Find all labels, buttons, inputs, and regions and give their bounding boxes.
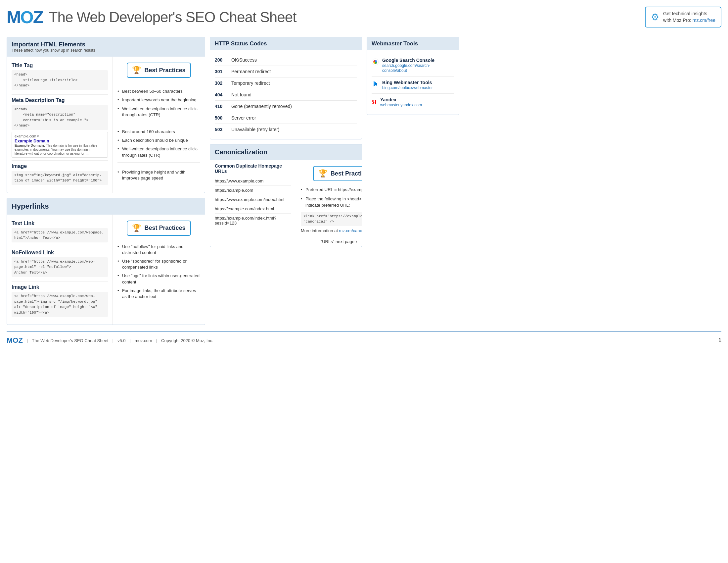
webmaster-tools-panel: Webmaster Tools Googl bbox=[367, 37, 459, 115]
meta-desc-section: Meta Description Tag <head> <meta name="… bbox=[12, 95, 108, 161]
status-row-503: 503 Unavailable (retry later) bbox=[215, 124, 357, 135]
duplicate-title: Common Duplicate Homepage URLs bbox=[215, 163, 291, 174]
footer-moz-logo: MOZ bbox=[7, 336, 23, 345]
bp-item: Use "sponsored" for sponsored or compens… bbox=[117, 257, 200, 271]
meta-desc-code: <head> <meta name="description" content=… bbox=[12, 105, 108, 130]
status-row-410: 410 Gone (permanently removed) bbox=[215, 101, 357, 112]
image-link-code: <a href="https://www.example.com/web- pa… bbox=[12, 292, 108, 317]
bp-item: Best around 160 characters bbox=[117, 127, 200, 136]
page-footer: MOZ | The Web Developer's SEO Cheat Shee… bbox=[7, 332, 721, 345]
mid-column: HTTP Status Codes 200 OK/Success 301 Per… bbox=[210, 37, 362, 325]
canon-more-link[interactable]: mz.cm/canonical bbox=[339, 228, 362, 233]
url-item: https://example.com/index.html?sessid=12… bbox=[215, 213, 291, 227]
bing-webmaster-item: Bing Webmaster Tools bing.com/toolbox/we… bbox=[372, 76, 454, 94]
yandex-icon: Я bbox=[372, 98, 377, 106]
text-link-code: <a href="https://www.example.com/webpage… bbox=[12, 228, 108, 242]
next-page-text: "URLs" next page › bbox=[321, 239, 357, 244]
promo-link[interactable]: mz.cm/free bbox=[693, 18, 715, 23]
status-desc-302: Temporary redirect bbox=[231, 80, 270, 86]
header-left: MOZ The Web Developer's SEO Cheat Sheet bbox=[7, 7, 296, 27]
hyperlinks-bp-badge: 🏆 Best Practices bbox=[127, 220, 191, 236]
footer-copyright: Copyright 2020 © Moz, Inc. bbox=[161, 338, 213, 343]
promo-text: Get technical insights with Moz Pro: mz.… bbox=[663, 11, 715, 23]
svg-marker-2 bbox=[374, 81, 375, 85]
page-header: MOZ The Web Developer's SEO Cheat Sheet … bbox=[7, 7, 721, 31]
yandex-info: Yandex webmaster.yandex.com bbox=[380, 97, 422, 107]
image-link-section: Image Link <a href="https://www.example.… bbox=[12, 282, 108, 321]
canon-header: Canonicalization bbox=[210, 144, 362, 160]
bp-item: Use "nofollow" for paid links and distru… bbox=[117, 242, 200, 257]
hyperlinks-left: Text Link <a href="https://www.example.c… bbox=[7, 214, 113, 325]
url-item: https://example.com/index.html bbox=[215, 204, 291, 213]
yandex-item: Я Yandex webmaster.yandex.com bbox=[372, 94, 454, 111]
meta-desc-bp-list: Best around 160 characters Each descript… bbox=[117, 127, 200, 160]
google-icon bbox=[372, 58, 379, 68]
image-link-heading: Image Link bbox=[12, 284, 108, 290]
status-row-404: 404 Not found bbox=[215, 89, 357, 101]
google-search-console-link[interactable]: search.google.com/search-console/about bbox=[382, 63, 430, 73]
http-status-body: 200 OK/Success 301 Permanent redirect 30… bbox=[210, 50, 362, 139]
status-desc-404: Not found bbox=[231, 92, 251, 97]
google-search-console-name: Google Search Console bbox=[382, 58, 454, 63]
google-search-console-info: Google Search Console search.google.com/… bbox=[382, 58, 454, 73]
title-tag-code: <head> <title>Page Title</title> </head> bbox=[12, 70, 108, 90]
footer-left: MOZ | The Web Developer's SEO Cheat Shee… bbox=[7, 336, 213, 345]
promo-line1: Get technical insights bbox=[663, 11, 715, 17]
search-result-preview: example.com ▾ Example Domain Example Dom… bbox=[12, 132, 108, 158]
moz-logo: MOZ bbox=[7, 7, 43, 27]
html-elements-body: Title Tag <head> <title>Page Title</titl… bbox=[7, 57, 205, 193]
nofollowed-link-code: <a href="https://www.example.com/web- pa… bbox=[12, 257, 108, 277]
search-result-domain: example.com ▾ bbox=[15, 134, 105, 138]
hyperlinks-header: Hyperlinks bbox=[7, 198, 205, 214]
url-item: https://example.com bbox=[215, 186, 291, 195]
bp-item: Each description should be unique bbox=[117, 136, 200, 145]
footer-domain: moz.com bbox=[135, 338, 152, 343]
bp-item: Best between 50–60 characters bbox=[117, 87, 200, 96]
yandex-name: Yandex bbox=[380, 97, 422, 102]
search-result-desc: Example Domain. This domain is for use i… bbox=[15, 143, 105, 155]
bp-item: Important keywords near the beginning bbox=[117, 96, 200, 104]
bp-item: Well-written descriptions influence clic… bbox=[117, 105, 200, 119]
webmaster-tools-body: Google Search Console search.google.com/… bbox=[367, 50, 459, 115]
bp-item: Use "ugc" for links within user-generate… bbox=[117, 271, 200, 286]
canon-title: Canonicalization bbox=[215, 148, 357, 156]
canon-bp-item: Preferred URL = https://example.com/ bbox=[301, 185, 362, 194]
yandex-link[interactable]: webmaster.yandex.com bbox=[380, 103, 422, 107]
best-practices-badge: 🏆 Best Practices bbox=[127, 63, 191, 78]
html-elements-right: 🏆 Best Practices Best between 50–60 char… bbox=[113, 57, 205, 193]
footer-page-number: 1 bbox=[718, 338, 721, 344]
meta-desc-bp: Best around 160 characters Each descript… bbox=[117, 122, 200, 163]
image-heading: Image bbox=[12, 163, 108, 169]
google-search-console-item: Google Search Console search.google.com/… bbox=[372, 54, 454, 76]
text-link-section: Text Link <a href="https://www.example.c… bbox=[12, 218, 108, 247]
best-practices-header: 🏆 Best Practices bbox=[117, 60, 200, 82]
right-column: Webmaster Tools Googl bbox=[367, 37, 459, 325]
status-code-301: 301 bbox=[215, 69, 231, 74]
http-status-header: HTTP Status Codes bbox=[210, 37, 362, 50]
bing-webmaster-name: Bing Webmaster Tools bbox=[382, 80, 433, 85]
image-section: Image <img src="img/keyword.jpg" alt="de… bbox=[12, 161, 108, 189]
canon-more-info: More information at mz.cm/canonical bbox=[301, 228, 362, 233]
promo-icon: ⚙ bbox=[651, 12, 659, 23]
promo-line2: with Moz Pro: mz.cm/free bbox=[663, 17, 715, 24]
hyperlinks-body: Text Link <a href="https://www.example.c… bbox=[7, 214, 205, 325]
hyperlinks-title: Hyperlinks bbox=[12, 202, 200, 211]
canon-bp-icon: 🏆 bbox=[318, 169, 327, 178]
image-bp: Providing image height and width improve… bbox=[117, 163, 200, 185]
best-practices-label: Best Practices bbox=[144, 67, 185, 74]
status-row-200: 200 OK/Success bbox=[215, 54, 357, 66]
status-row-500: 500 Server error bbox=[215, 112, 357, 124]
image-bp-list: Providing image height and width improve… bbox=[117, 168, 200, 182]
title-tag-bp: Best between 50–60 characters Important … bbox=[117, 82, 200, 122]
meta-desc-heading: Meta Description Tag bbox=[12, 97, 108, 103]
webmaster-tools-title: Webmaster Tools bbox=[372, 40, 418, 47]
left-column: Important HTML Elements These affect how… bbox=[7, 37, 205, 325]
footer-version: v5.0 bbox=[117, 338, 126, 343]
bing-webmaster-link[interactable]: bing.com/toolbox/webmaster bbox=[382, 85, 433, 90]
text-link-heading: Text Link bbox=[12, 220, 108, 226]
webmaster-tools-header: Webmaster Tools bbox=[367, 37, 459, 50]
canon-right: 🏆 Best Practices Preferred URL = https:/… bbox=[296, 160, 362, 236]
bing-webmaster-info: Bing Webmaster Tools bing.com/toolbox/we… bbox=[382, 80, 433, 90]
html-elements-subtitle: These affect how you show up in search r… bbox=[12, 48, 200, 53]
status-desc-200: OK/Success bbox=[231, 57, 257, 63]
